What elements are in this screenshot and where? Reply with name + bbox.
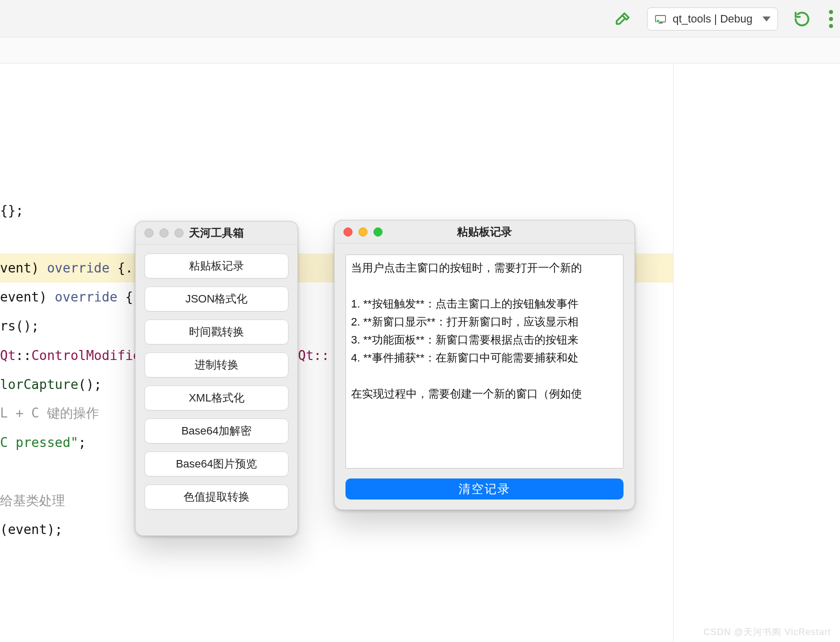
run-target-selector[interactable]: qt_tools | Debug <box>647 8 778 30</box>
toolbox-titlebar[interactable]: 天河工具箱 <box>136 222 298 244</box>
toolbox-button-4[interactable]: XML格式化 <box>144 386 288 410</box>
code-line: rs(); <box>0 312 39 340</box>
toolbox-button-1[interactable]: JSON格式化 <box>144 286 288 312</box>
clipboard-window: 粘贴板记录 当用户点击主窗口的按钮时，需要打开一个新的 1. **按钮触发**：… <box>334 220 635 510</box>
chevron-down-icon <box>762 16 770 22</box>
svg-rect-1 <box>658 22 662 24</box>
toolbox-body: 粘贴板记录JSON格式化时间戳转换进制转换XML格式化Base64加解密Base… <box>136 244 298 518</box>
target-kit-icon <box>654 13 666 25</box>
code-line: C pressed"; <box>0 428 86 457</box>
watermark: CSDN @天河书阁 VicRestart <box>704 626 831 638</box>
toolbox-button-6[interactable]: Base64图片预览 <box>144 452 288 476</box>
clipboard-titlebar[interactable]: 粘贴板记录 <box>334 220 634 244</box>
toolbox-button-0[interactable]: 粘贴板记录 <box>144 254 288 278</box>
run-reload-icon[interactable] <box>792 9 812 29</box>
ide-right-panel <box>673 64 840 642</box>
build-hammer-icon[interactable] <box>613 9 633 29</box>
toolbox-title: 天河工具箱 <box>136 226 298 240</box>
code-line: Qt::ControlModifie <box>0 341 141 370</box>
toolbox-button-7[interactable]: 色值提取转换 <box>144 484 288 510</box>
run-target-label: qt_tools | Debug <box>672 12 752 26</box>
toolbox-button-5[interactable]: Base64加解密 <box>144 418 288 444</box>
toolbox-button-2[interactable]: 时间戳转换 <box>144 320 288 344</box>
code-line: vent) override {.. <box>0 254 141 282</box>
clipboard-title: 粘贴板记录 <box>334 224 634 240</box>
code-line: event) override { <box>0 282 133 312</box>
clear-records-button[interactable]: 清空记录 <box>346 478 624 500</box>
ide-subtoolbar <box>0 38 840 64</box>
code-line: {}; <box>0 196 24 225</box>
toolbar-right-group: qt_tools | Debug <box>613 0 834 38</box>
code-line: 给基类处理 <box>0 486 65 515</box>
code-line: lorCapture(); <box>0 370 102 399</box>
code-fragment: Qt:: <box>298 341 330 370</box>
toolbar-overflow-icon[interactable] <box>829 10 834 28</box>
toolbox-button-3[interactable]: 进制转换 <box>144 352 288 378</box>
toolbox-window: 天河工具箱 粘贴板记录JSON格式化时间戳转换进制转换XML格式化Base64加… <box>135 221 298 536</box>
code-line: L + C 键的操作 <box>0 398 99 428</box>
clipboard-textarea[interactable]: 当用户点击主窗口的按钮时，需要打开一个新的 1. **按钮触发**：点击主窗口上… <box>346 254 624 468</box>
ide-toolbar: qt_tools | Debug <box>0 0 840 38</box>
svg-point-2 <box>656 19 660 22</box>
code-line: (event); <box>0 515 62 544</box>
clipboard-body: 当用户点击主窗口的按钮时，需要打开一个新的 1. **按钮触发**：点击主窗口上… <box>334 244 634 510</box>
